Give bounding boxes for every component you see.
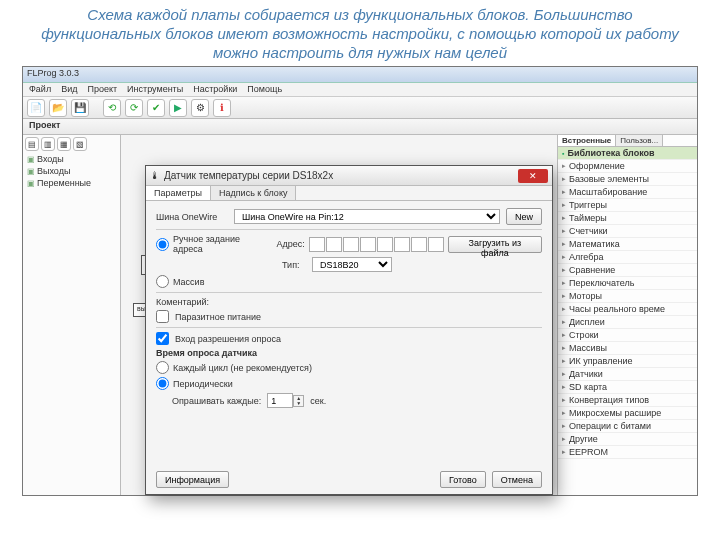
menu-file[interactable]: Файл [29,84,51,95]
poll-time-heading: Время опроса датчика [156,348,257,358]
library-item[interactable]: Таймеры [558,212,697,225]
menu-help[interactable]: Помощь [247,84,282,95]
settings-icon[interactable]: ⚙ [191,99,209,117]
library-item[interactable]: SD карта [558,381,697,394]
array-label: Массив [173,277,204,287]
poll-enable-label: Вход разрешения опроса [175,334,281,344]
tree-node-inputs[interactable]: Входы [25,153,118,165]
cancel-button[interactable]: Отмена [492,471,542,488]
manual-address-label: Ручное задание адреса [173,234,264,254]
menu-tools[interactable]: Инструменты [127,84,183,95]
addr-cell[interactable] [360,237,376,252]
library-item[interactable]: Часы реального време [558,303,697,316]
tree-tool-icon[interactable]: ▧ [73,137,87,151]
library-item[interactable]: Моторы [558,290,697,303]
addr-cell[interactable] [377,237,393,252]
library-item[interactable]: Сравнение [558,264,697,277]
library-item[interactable]: Операции с битами [558,420,697,433]
period-input[interactable] [267,393,293,408]
library-item[interactable]: Другие [558,433,697,446]
bus-label: Шина OneWire [156,212,228,222]
tree-tool-icon[interactable]: ▥ [41,137,55,151]
menu-bar: Файл Вид Проект Инструменты Настройки По… [23,83,697,97]
addr-cell[interactable] [343,237,359,252]
library-item[interactable]: Масштабирование [558,186,697,199]
tree-node-outputs[interactable]: Выходы [25,165,118,177]
run-icon[interactable]: ▶ [169,99,187,117]
address-cells [309,237,444,252]
library-item[interactable]: Триггеры [558,199,697,212]
parasite-power-label: Паразитное питание [175,312,261,322]
array-radio[interactable] [156,275,169,288]
info-button[interactable]: Информация [156,471,229,488]
tab-params[interactable]: Параметры [146,186,211,200]
dialog-titlebar[interactable]: 🌡 Датчик температуры серии DS18x2x ✕ [146,166,552,186]
library-item[interactable]: Массивы [558,342,697,355]
library-item[interactable]: Конвертация типов [558,394,697,407]
manual-address-radio[interactable] [156,238,169,251]
addr-cell[interactable] [394,237,410,252]
info-icon[interactable]: ℹ [213,99,231,117]
load-from-file-button[interactable]: Загрузить из файла [448,236,542,253]
project-tab[interactable]: Проект [23,119,697,135]
periodic-label: Периодически [173,379,233,389]
period-unit: сек. [310,396,326,406]
addr-cell[interactable] [428,237,444,252]
save-icon[interactable]: 💾 [71,99,89,117]
library-item[interactable]: Базовые элементы [558,173,697,186]
parasite-power-checkbox[interactable] [156,310,169,323]
project-tree: ▤ ▥ ▦ ▧ Входы Выходы Переменные [23,135,121,495]
library-item[interactable]: EEPROM [558,446,697,459]
dialog-title: Датчик температуры серии DS18x2x [164,170,333,181]
menu-view[interactable]: Вид [61,84,77,95]
lib-tab-user[interactable]: Пользов... [616,135,663,146]
sensor-icon: 🌡 [150,170,160,181]
app-titlebar: FLProg 3.0.3 [23,67,697,83]
lib-tab-builtin[interactable]: Встроенные [558,135,616,146]
addr-cell[interactable] [411,237,427,252]
every-cycle-label: Каждый цикл (не рекомендуется) [173,363,312,373]
ok-button[interactable]: Готово [440,471,486,488]
new-bus-button[interactable]: New [506,208,542,225]
close-icon[interactable]: ✕ [518,169,548,183]
every-cycle-radio[interactable] [156,361,169,374]
open-icon[interactable]: 📂 [49,99,67,117]
library-item[interactable]: Строки [558,329,697,342]
slide-title: Схема каждой платы собирается из функцио… [0,0,720,66]
library-item[interactable]: Счетчики [558,225,697,238]
library-item[interactable]: ИК управление [558,355,697,368]
undo-icon[interactable]: ⟲ [103,99,121,117]
spinner-arrows[interactable]: ▲▼ [293,395,304,407]
menu-project[interactable]: Проект [87,84,117,95]
library-item[interactable]: Математика [558,238,697,251]
library-header: Библиотека блоков [558,147,697,160]
library-item[interactable]: Алгебра [558,251,697,264]
tree-node-variables[interactable]: Переменные [25,177,118,189]
type-label: Тип: [282,260,306,270]
library-item[interactable]: Датчики [558,368,697,381]
library-panel: Встроенные Пользов... Библиотека блоков … [557,135,697,495]
address-label: Адрес: [276,239,304,249]
redo-icon[interactable]: ⟳ [125,99,143,117]
tree-tool-icon[interactable]: ▤ [25,137,39,151]
tree-tool-icon[interactable]: ▦ [57,137,71,151]
periodic-radio[interactable] [156,377,169,390]
menu-settings[interactable]: Настройки [193,84,237,95]
addr-cell[interactable] [326,237,342,252]
poll-enable-checkbox[interactable] [156,332,169,345]
library-item[interactable]: Переключатель [558,277,697,290]
sensor-config-dialog: 🌡 Датчик температуры серии DS18x2x ✕ Пар… [145,165,553,495]
bus-select[interactable]: Шина OneWire на Pin:12 [234,209,500,224]
new-file-icon[interactable]: 📄 [27,99,45,117]
ask-every-label: Опрашивать каждые: [172,396,261,406]
toolbar: 📄 📂 💾 ⟲ ⟳ ✔ ▶ ⚙ ℹ [23,97,697,119]
type-select[interactable]: DS18B20 [312,257,392,272]
library-item[interactable]: Оформление [558,160,697,173]
comment-label: Коментарий: [156,297,228,307]
compile-icon[interactable]: ✔ [147,99,165,117]
tab-label[interactable]: Надпись к блоку [211,186,296,200]
library-item[interactable]: Дисплеи [558,316,697,329]
library-item[interactable]: Микросхемы расшире [558,407,697,420]
addr-cell[interactable] [309,237,325,252]
